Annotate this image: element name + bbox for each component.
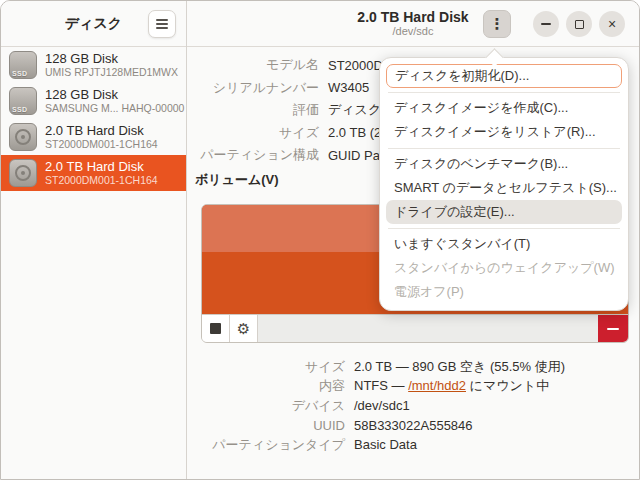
menu-separator [388,228,620,229]
hamburger-menu-button[interactable] [148,10,176,38]
detail-row-part-size: サイズ 2.0 TB — 890 GB 空き (55.5% 使用) [187,357,639,377]
minus-icon [607,328,619,330]
mount-point-link[interactable]: /mnt/hdd2 [408,378,466,393]
sidebar-item-disk-4-selected[interactable]: 2.0 TB Hard Disk ST2000DM001-1CH164 [1,155,186,191]
window-title: 2.0 TB Hard Disk [357,9,468,25]
partition-details: サイズ 2.0 TB — 890 GB 空き (55.5% 使用) 内容 NTF… [187,357,639,455]
drive-menu-popover: ディスクを初期化(D)... ディスクイメージを作成(C)... ディスクイメー… [379,57,629,311]
gear-icon: ⚙ [237,321,250,336]
sidebar-item-disk-3[interactable]: 2.0 TB Hard Disk ST2000DM001-1CH164 [1,119,186,155]
menu-item-benchmark-disk[interactable]: ディスクのベンチマーク(B)... [386,152,622,176]
volumes-section-label: ボリューム(V) [195,171,279,189]
menu-item-format-disk[interactable]: ディスクを初期化(D)... [386,64,622,88]
menu-item-wakeup-from-standby: スタンバイからのウェイクアップ(W) [386,256,622,280]
ssd-icon: SSD [9,51,37,79]
detail-row-partition-type: パーティションタイプ Basic Data [187,435,639,455]
detail-row-contents: 内容 NTFS — /mnt/hdd2 にマウント中 [187,377,639,397]
maximize-button[interactable] [566,11,592,37]
ssd-icon: SSD [9,87,37,115]
close-icon: × [608,17,616,31]
menu-separator [388,92,620,93]
volume-toolbar: ⚙ [202,314,628,342]
window-controls: × [533,11,625,37]
disk-title: 128 GB Disk [45,87,178,102]
close-button[interactable]: × [599,11,625,37]
disk-subtitle: SAMSUNG M... HAHQ-00000 [45,102,178,115]
menu-item-standby-now[interactable]: いますぐスタンバイ(T) [386,232,622,256]
sidebar-item-disk-1[interactable]: SSD 128 GB Disk UMIS RPJTJ128MED1MWX [1,47,186,83]
detail-row-uuid: UUID 58B333022A555846 [187,416,639,436]
sidebar: ディスク SSD 128 GB Disk UMIS RPJTJ128MED1MW… [1,1,187,479]
delete-partition-button[interactable] [598,315,628,342]
sidebar-header: ディスク [1,1,186,47]
menu-item-smart-data[interactable]: SMART のデータとセルフテスト(S)... [386,176,622,200]
volume-toolbar-spacer [258,315,598,342]
menu-item-restore-disk-image[interactable]: ディスクイメージをリストア(R)... [386,120,622,144]
window-subtitle: /dev/sdc [393,25,434,38]
menu-item-drive-settings[interactable]: ドライブの設定(E)... [386,200,622,224]
gnome-disks-window: ディスク SSD 128 GB Disk UMIS RPJTJ128MED1MW… [0,0,640,480]
hard-disk-icon [9,123,37,151]
disk-title: 2.0 TB Hard Disk [45,123,158,138]
hard-disk-icon [9,159,37,187]
menu-item-create-disk-image[interactable]: ディスクイメージを作成(C)... [386,96,622,120]
menu-separator [388,148,620,149]
unmount-button[interactable] [202,315,230,342]
sidebar-title: ディスク [65,15,122,33]
unmount-stop-icon [210,323,221,334]
main-panel: 2.0 TB Hard Disk /dev/sdc ⋮ × モデル名 ST200… [187,1,639,479]
menu-item-power-off: 電源オフ(P) [386,280,622,304]
disk-title: 2.0 TB Hard Disk [45,159,158,174]
disk-list: SSD 128 GB Disk UMIS RPJTJ128MED1MWX SSD… [1,47,186,191]
minimize-button[interactable] [533,11,559,37]
hamburger-icon [156,19,168,21]
partition-settings-button[interactable]: ⚙ [230,315,258,342]
headerbar: 2.0 TB Hard Disk /dev/sdc ⋮ × [187,1,639,47]
disk-subtitle: UMIS RPJTJ128MED1MWX [45,66,178,79]
drive-menu-button[interactable]: ⋮ [483,10,511,38]
disk-subtitle: ST2000DM001-1CH164 [45,138,158,151]
minimize-icon [541,23,551,25]
maximize-icon [575,20,584,29]
detail-row-device: デバイス /dev/sdc1 [187,396,639,416]
disk-subtitle: ST2000DM001-1CH164 [45,174,158,187]
disk-title: 128 GB Disk [45,51,178,66]
sidebar-item-disk-2[interactable]: SSD 128 GB Disk SAMSUNG M... HAHQ-00000 [1,83,186,119]
